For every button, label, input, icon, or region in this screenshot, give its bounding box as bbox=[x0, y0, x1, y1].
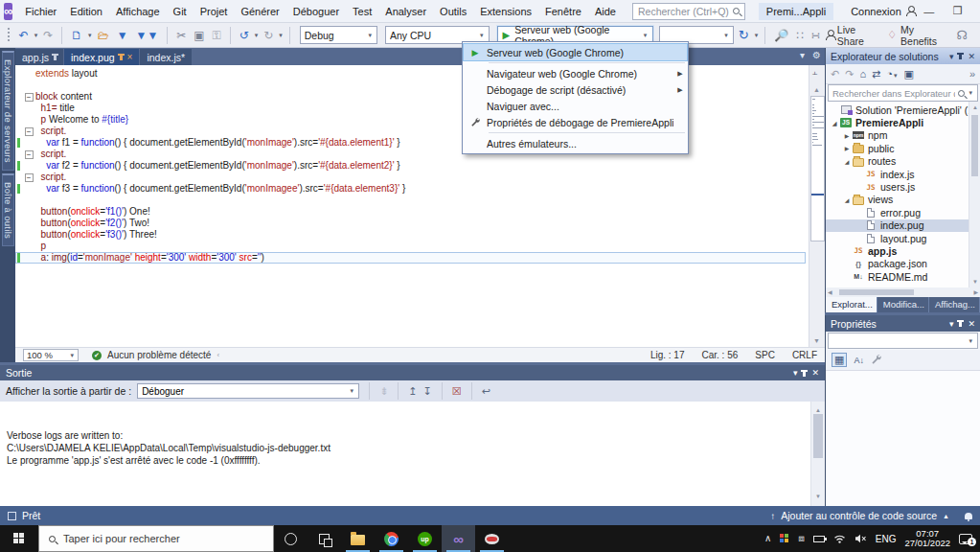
expanded-arrow-icon[interactable]: ◢ bbox=[842, 196, 852, 203]
collapsed-arrow-icon[interactable]: ▶ bbox=[842, 132, 852, 139]
start-button[interactable] bbox=[0, 525, 38, 552]
solution-explorer-caption[interactable]: Explorateur de solutions ▾ ✕ bbox=[826, 48, 980, 64]
scroll-up-icon[interactable]: ▲ bbox=[972, 104, 978, 110]
properties-object-combo[interactable]: ▾ bbox=[828, 333, 978, 349]
menu-item-aide[interactable]: Aide bbox=[588, 2, 623, 21]
sync-with-active-document-icon[interactable]: ⇄ bbox=[872, 68, 880, 80]
split-editor-handle[interactable]: ⫠ bbox=[812, 67, 817, 78]
menu-item-déboguer[interactable]: Déboguer bbox=[286, 2, 346, 21]
toolbar-overflow-icon[interactable]: » bbox=[969, 68, 975, 80]
chevron-up-icon[interactable]: ▲ bbox=[943, 513, 949, 519]
fold-margin[interactable]: − bbox=[22, 173, 35, 182]
menu-item-d-bogage-de-script-d-sactiv-[interactable]: Débogage de script (désactivé)▶ bbox=[464, 81, 687, 98]
code-line-13[interactable]: button(onclick='f1()') One! bbox=[15, 206, 806, 218]
language-indicator[interactable]: ENG bbox=[876, 534, 897, 544]
menu-item-navigateur-web-google-chrome-[interactable]: Navigateur web (Google Chrome)▶ bbox=[464, 65, 687, 81]
collapse-left-icon[interactable]: ‹ bbox=[217, 351, 219, 359]
taskbar-app-chrome[interactable] bbox=[375, 525, 408, 552]
close-icon[interactable]: × bbox=[127, 53, 133, 62]
volume-muted-icon[interactable] bbox=[855, 530, 867, 547]
home-icon[interactable]: ⌂ bbox=[859, 68, 866, 80]
collapse-icon[interactable]: − bbox=[25, 93, 34, 102]
send-feedback-icon[interactable]: ☊ bbox=[953, 27, 970, 43]
close-icon[interactable]: ✕ bbox=[811, 368, 819, 378]
back-icon[interactable]: ↶ bbox=[831, 68, 839, 80]
indent-indicator[interactable]: SPC bbox=[755, 350, 775, 360]
goto-message-icon[interactable]: ⇟ bbox=[379, 386, 388, 397]
window-position-icon[interactable]: ▾ bbox=[949, 52, 954, 61]
action-center-icon[interactable]: 1 bbox=[959, 534, 972, 544]
scrollbar-thumb[interactable] bbox=[971, 115, 978, 176]
scroll-down-icon[interactable]: ▼ bbox=[815, 491, 821, 503]
battery-icon[interactable] bbox=[813, 536, 825, 542]
pin-icon[interactable] bbox=[54, 54, 57, 60]
side-tab-bo-te-outils[interactable]: Boîte à outils bbox=[2, 173, 14, 246]
tree-item-index.pug[interactable]: index.pug bbox=[826, 219, 980, 232]
code-line-16[interactable]: p bbox=[15, 241, 806, 252]
taskbar-app-task-view[interactable] bbox=[308, 525, 341, 552]
toolbar-drag-handle[interactable] bbox=[7, 28, 11, 43]
zoom-combo[interactable]: 100 % ▾ bbox=[23, 349, 79, 361]
close-icon[interactable]: ✕ bbox=[968, 319, 975, 329]
menu-item-test[interactable]: Test bbox=[346, 2, 378, 21]
new-file-icon[interactable]: 🗋 bbox=[68, 28, 85, 43]
scroll-left-icon[interactable]: ◀ bbox=[828, 288, 832, 295]
tray-display-icon[interactable]: ⧈ bbox=[798, 534, 804, 543]
alphabetical-sort-icon[interactable]: A↓ bbox=[854, 356, 864, 365]
preview-selected-items-icon[interactable]: ▣ bbox=[903, 68, 913, 80]
fold-margin[interactable]: − bbox=[22, 93, 35, 102]
next-message-icon[interactable]: ↧ bbox=[423, 386, 432, 397]
tree-item-package.json[interactable]: {}package.json bbox=[826, 258, 980, 270]
menu-item-naviguer-avec-[interactable]: Naviguer avec... bbox=[464, 98, 687, 114]
redo-dropdown-icon[interactable]: ▾ bbox=[278, 32, 284, 39]
scroll-down-icon[interactable]: ▼ bbox=[813, 337, 820, 344]
tree-vertical-scrollbar[interactable]: ▲ ▼ bbox=[969, 102, 980, 288]
menu-item-générer[interactable]: Générer bbox=[234, 2, 285, 21]
forward-icon[interactable]: ↷ bbox=[845, 68, 854, 80]
close-icon[interactable]: ✕ bbox=[968, 52, 975, 61]
taskbar-app-visual-studio[interactable]: ∞ bbox=[442, 525, 475, 552]
quick-search-input[interactable]: Rechercher (Ctrl+Q) bbox=[632, 3, 745, 20]
editor-tab-index.js[interactable]: index.js* bbox=[140, 49, 192, 65]
taskbar-app-cortana[interactable] bbox=[274, 525, 308, 552]
output-caption[interactable]: Sortie ▾ ✕ bbox=[0, 365, 825, 380]
word-wrap-icon[interactable]: ↩ bbox=[482, 386, 490, 397]
window-position-icon[interactable]: ▾ bbox=[793, 368, 798, 378]
editor-scrollbar[interactable]: ⫠ ▲ ▼ bbox=[809, 65, 825, 347]
taskbar-app-file-explorer[interactable] bbox=[341, 525, 375, 552]
output-log[interactable]: Verbose logs are written to:C:\Users\DJA… bbox=[0, 402, 825, 506]
previous-message-icon[interactable]: ↥ bbox=[408, 386, 417, 397]
minimize-button[interactable]: — bbox=[915, 0, 944, 22]
close-button[interactable]: ✕ bbox=[972, 0, 980, 22]
scrollbar-thumb[interactable] bbox=[813, 414, 823, 458]
pin-icon[interactable] bbox=[120, 54, 123, 60]
redo-icon[interactable]: ↻ bbox=[261, 28, 276, 43]
scroll-up-icon[interactable]: ▲ bbox=[813, 86, 820, 93]
open-file-icon[interactable]: 🗁 bbox=[95, 28, 112, 43]
tree-item-error.pug[interactable]: error.pug bbox=[826, 206, 980, 218]
code-line-17[interactable]: a: img(id='monImage' height='300' width=… bbox=[15, 252, 806, 264]
tree-item-views[interactable]: ◢views bbox=[826, 194, 980, 206]
tree-item-npm[interactable]: ▶npmnpm bbox=[826, 129, 980, 142]
dock-tab-affichag[interactable]: Affichag... bbox=[929, 297, 980, 312]
side-tab-explorateur-de-serveurs[interactable]: Explorateur de serveurs bbox=[2, 51, 14, 171]
taskbar-search-input[interactable]: Taper ici pour rechercher bbox=[38, 525, 274, 552]
expanded-arrow-icon[interactable]: ◢ bbox=[842, 158, 852, 165]
fold-margin[interactable]: − bbox=[22, 150, 35, 159]
collapsed-arrow-icon[interactable]: ▶ bbox=[842, 145, 852, 151]
minimap[interactable] bbox=[810, 96, 825, 242]
save-icon[interactable]: ▼ bbox=[114, 28, 131, 43]
notifications-bell-icon[interactable] bbox=[965, 513, 972, 519]
navigate-back-icon[interactable]: ↶ bbox=[16, 28, 32, 43]
navigate-back-dropdown-icon[interactable]: ▾ bbox=[34, 32, 39, 39]
pending-changes-filter-icon[interactable]: ◔▾ bbox=[886, 68, 898, 80]
output-source-combo[interactable]: Déboguer ▾ bbox=[137, 383, 359, 399]
solution-configuration-combo[interactable]: Debug ▾ bbox=[300, 26, 377, 44]
clock[interactable]: 07:07 27/01/2022 bbox=[904, 529, 950, 548]
pin-icon[interactable] bbox=[959, 320, 962, 327]
code-line-9[interactable]: var f2 = function() { document.getElemen… bbox=[15, 160, 806, 172]
indent-guides-icon[interactable]: ∷ bbox=[793, 28, 807, 43]
tree-item-public[interactable]: ▶public bbox=[826, 142, 980, 154]
code-line-12[interactable] bbox=[15, 195, 806, 206]
tree-item-app.js[interactable]: JSapp.js bbox=[826, 244, 980, 257]
